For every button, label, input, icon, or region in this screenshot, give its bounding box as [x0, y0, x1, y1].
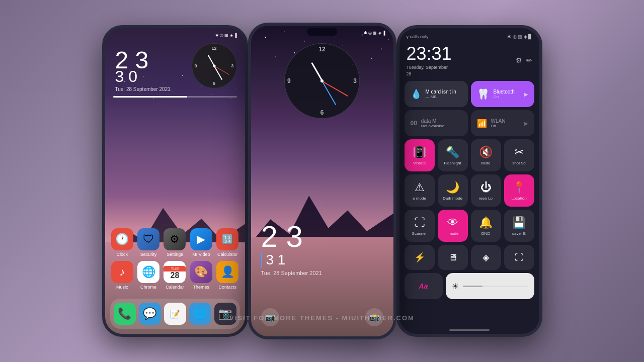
data-sub: Not available: [421, 124, 462, 128]
app-contacts[interactable]: 👤 Contacts: [214, 261, 240, 290]
app-clock[interactable]: 🕐 Clock: [109, 228, 135, 257]
cc-power[interactable]: ⚡: [405, 245, 435, 270]
cc-cast[interactable]: 🖥: [438, 245, 468, 270]
cc-dnd[interactable]: 🔔 DND: [471, 210, 501, 242]
lock-center-dot: [320, 79, 324, 82]
clock-12: 12: [211, 46, 216, 51]
cc-status-icons: ✱ ◎ ▧ ◈ ▊: [507, 34, 532, 39]
cc-brightness-tile[interactable]: ☀: [446, 273, 534, 299]
wlan-text: WLAN Off: [491, 118, 520, 128]
dnd-icon: 🔔: [479, 216, 493, 229]
svg-point-21: [381, 48, 381, 49]
imode-icon: 👁: [447, 216, 458, 229]
bluetooth-icon: 🦷: [477, 88, 490, 100]
cc-saver[interactable]: 💾 saver B: [504, 210, 534, 242]
analog-clock-1: 12 3 6 9: [192, 43, 237, 88]
lock-clock-3: 3: [353, 77, 357, 84]
status-icons-2: ✱ ◎ ▦ ◈ ▐: [364, 31, 385, 35]
status-bar-1: ✱ ◎ ▦ ◈ ▐: [105, 33, 245, 38]
progress-fill-1: [113, 96, 188, 98]
mivideo-icon: ▶: [190, 228, 212, 250]
contacts-label: Contacts: [218, 285, 236, 290]
cc-tile-row-2: 00 data M Not available 📶 WLAN Off: [405, 110, 534, 136]
screenshot-label: shot Sc: [512, 161, 526, 165]
bottom-dock-1: 📞 💬 📝 🌐 📷: [110, 299, 240, 329]
cc-imode[interactable]: 👁 i mode: [438, 210, 468, 242]
themes-label: Themes: [193, 285, 210, 290]
cc-expand[interactable]: ⛶: [504, 245, 534, 270]
cc-emode[interactable]: ⚠ e mode: [405, 174, 435, 207]
phone-2-screen: ✱ ◎ ▦ ◈ ▐ 12 3 6 9: [251, 26, 393, 336]
cc-wlan-tile[interactable]: 📶 WLAN Off ▶: [471, 110, 534, 136]
phone-3: y calls only ✱ ◎ ▧ ◈ ▊ 23:31 Tuesday, Se…: [396, 25, 542, 337]
wlan-sub: Off: [491, 124, 520, 128]
settings-icon-cc[interactable]: ⚙: [516, 56, 522, 64]
app-calculator[interactable]: 🔢 Calculator: [214, 228, 240, 257]
emode-label: e mode: [413, 196, 426, 201]
cc-scanner[interactable]: ⛶ Scanner: [405, 210, 435, 242]
data-title: data M: [421, 118, 462, 124]
cc-screenlock[interactable]: ⏻ reen Lo: [471, 174, 501, 207]
settings-icon: ⚙: [164, 228, 186, 250]
app-settings[interactable]: ⚙ Settings: [162, 228, 188, 257]
cc-vibrate[interactable]: 📳 Vibrate: [405, 139, 435, 171]
dock-phone[interactable]: 📞: [114, 303, 136, 325]
dock-globe[interactable]: 🌐: [189, 303, 211, 325]
status-icons-1: ✱ ◎ ▦ ◈ ▐: [215, 33, 237, 38]
lock-clock-9: 9: [287, 77, 291, 84]
saver-label: saver B: [512, 231, 526, 236]
data-text: data M Not available: [421, 118, 462, 128]
cc-data-tile[interactable]: 00 data M Not available: [405, 110, 468, 136]
app-grid-1: 🕐 Clock 🛡 Security ⚙ Settings ▶ MI Video: [105, 228, 245, 294]
cc-bluetooth-tile[interactable]: 🦷 Bluetooth On ▶: [471, 81, 534, 107]
app-mivideo[interactable]: ▶ MI Video: [188, 228, 214, 257]
location-label: Location: [511, 196, 526, 201]
edit-icon-cc[interactable]: ✏: [526, 56, 532, 64]
clock-label: Clock: [116, 252, 128, 257]
cc-location[interactable]: 📍 Location: [504, 174, 534, 207]
app-calendar[interactable]: TUE 28 Calendar: [162, 261, 188, 290]
watermark: VISIT FOR MORE THEMES - MIUITHEMER.COM: [229, 314, 415, 322]
lock-clock-12: 12: [318, 46, 325, 53]
data-icon: 00: [411, 120, 417, 127]
phone-3-screen: y calls only ✱ ◎ ▧ ◈ ▊ 23:31 Tuesday, Se…: [399, 28, 539, 334]
screenlock-label: reen Lo: [479, 196, 493, 201]
svg-point-10: [172, 90, 173, 91]
cc-grid-1: 📳 Vibrate 🔦 Flashlight 🔇 Mute ✂ shot Sc: [399, 139, 539, 171]
calendar-icon: TUE 28: [164, 261, 186, 283]
vibrate-label: Vibrate: [413, 161, 426, 165]
dock-notes[interactable]: 📝: [164, 303, 186, 325]
bluetooth-sub: On: [494, 95, 520, 99]
cc-date: Tuesday, September 28: [407, 64, 452, 77]
lock-big-time: 2 3: [261, 222, 322, 252]
dnd-label: DND: [481, 231, 490, 236]
svg-point-3: [182, 75, 182, 76]
cc-mute[interactable]: 🔇 Mute: [471, 139, 501, 171]
app-music[interactable]: ♪ Music: [109, 261, 135, 290]
app-security[interactable]: 🛡 Security: [135, 228, 162, 257]
control-center: y calls only ✱ ◎ ▧ ◈ ▊ 23:31 Tuesday, Se…: [399, 28, 539, 334]
darkmode-label: Dark mode: [443, 196, 462, 201]
security-label: Security: [140, 252, 157, 257]
cc-themes2[interactable]: ◈: [471, 245, 501, 270]
cc-mcard-tile[interactable]: 💧 M card isn't in — MB: [405, 81, 468, 107]
app-chrome[interactable]: 🌐 Chrome: [135, 261, 162, 290]
cc-darkmode[interactable]: 🌙 Dark mode: [438, 174, 468, 207]
cc-font-tile[interactable]: Aa: [405, 273, 443, 299]
cc-screenshot[interactable]: ✂ shot Sc: [504, 139, 534, 171]
cc-time-block: 23:31 Tuesday, September 28: [407, 43, 452, 77]
wlan-arrow: ▶: [524, 121, 528, 126]
clock-3: 3: [231, 63, 233, 68]
cc-calls-only: y calls only: [407, 34, 429, 39]
dock-message[interactable]: 💬: [139, 303, 161, 325]
screenlock-icon: ⏻: [480, 181, 492, 194]
bluetooth-title: Bluetooth: [494, 89, 520, 95]
settings-label: Settings: [167, 252, 183, 257]
svg-point-8: [134, 93, 134, 94]
brightness-track[interactable]: [463, 286, 528, 287]
cc-flashlight[interactable]: 🔦 Flashlight: [438, 139, 468, 171]
lock-hour-hand: [311, 62, 323, 81]
flashlight-label: Flashlight: [444, 161, 461, 165]
cc-status-bar: y calls only ✱ ◎ ▧ ◈ ▊: [399, 28, 539, 41]
app-themes[interactable]: 🎨 Themes: [188, 261, 214, 290]
